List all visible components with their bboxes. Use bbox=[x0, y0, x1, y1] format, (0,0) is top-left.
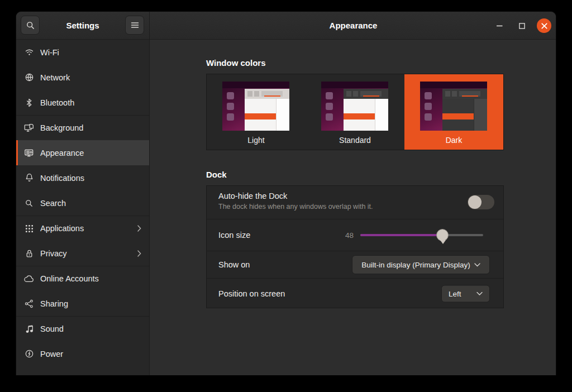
autohide-row: Auto-hide the Dock The dock hides when a… bbox=[207, 186, 503, 219]
sidebar-item-displays[interactable]: Displays bbox=[16, 366, 149, 375]
theme-option-label: Light bbox=[247, 136, 264, 145]
show-on-value: Built-in display (Primary Display) bbox=[361, 261, 470, 269]
sidebar-item-wifi[interactable]: Wi-Fi bbox=[16, 40, 149, 65]
sidebar: Wi-Fi Network Bluetooth bbox=[16, 40, 149, 375]
standard-theme-preview bbox=[321, 82, 388, 131]
cloud-icon bbox=[24, 274, 34, 284]
lock-icon bbox=[24, 248, 34, 258]
sidebar-item-search[interactable]: Search bbox=[16, 190, 149, 216]
chevron-down-icon bbox=[474, 263, 480, 267]
minimize-icon bbox=[497, 25, 503, 27]
show-on-label: Show on bbox=[218, 260, 250, 269]
search-button[interactable] bbox=[21, 16, 40, 35]
sidebar-item-power[interactable]: Power bbox=[16, 341, 149, 366]
wifi-icon bbox=[24, 47, 34, 57]
search-small-icon bbox=[24, 198, 34, 208]
chevron-right-icon bbox=[137, 225, 141, 232]
dark-theme-preview bbox=[420, 82, 487, 131]
maximize-button[interactable] bbox=[514, 18, 529, 33]
sidebar-item-label: Bluetooth bbox=[40, 98, 74, 107]
sidebar-item-online-accounts[interactable]: Online Accounts bbox=[16, 266, 149, 291]
sidebar-item-label: Sharing bbox=[40, 299, 68, 308]
sidebar-item-label: Network bbox=[40, 73, 70, 82]
dock-card: Auto-hide the Dock The dock hides when a… bbox=[206, 185, 504, 308]
appearance-panel: Window colors Light bbox=[150, 40, 556, 375]
sidebar-item-label: Online Accounts bbox=[40, 274, 99, 283]
app-grid-icon bbox=[24, 224, 34, 233]
autohide-title: Auto-hide the Dock bbox=[218, 192, 287, 200]
theme-option-standard[interactable]: Standard bbox=[306, 74, 404, 150]
icon-size-value: 48 bbox=[332, 231, 354, 240]
settings-window: Settings Appearance bbox=[16, 11, 556, 375]
icon-size-slider-fill bbox=[360, 234, 442, 236]
background-icon bbox=[24, 123, 34, 133]
desktop-background: Settings Appearance bbox=[0, 0, 572, 392]
position-label: Position on screen bbox=[218, 289, 285, 298]
light-theme-preview bbox=[222, 82, 289, 131]
position-row: Position on screen Left bbox=[207, 278, 503, 309]
window-colors-heading: Window colors bbox=[206, 58, 266, 68]
theme-option-label: Standard bbox=[339, 136, 371, 145]
appearance-icon bbox=[24, 148, 34, 157]
sidebar-divider bbox=[149, 12, 150, 375]
sidebar-item-appearance[interactable]: Appearance bbox=[16, 140, 149, 165]
music-note-icon bbox=[24, 324, 34, 334]
close-button[interactable] bbox=[537, 18, 551, 33]
show-on-dropdown[interactable]: Built-in display (Primary Display) bbox=[352, 255, 490, 274]
sidebar-item-applications[interactable]: Applications bbox=[16, 216, 149, 241]
sidebar-headerbar: Settings bbox=[16, 12, 149, 40]
sidebar-item-label: Wi-Fi bbox=[40, 48, 59, 57]
sidebar-item-bluetooth[interactable]: Bluetooth bbox=[16, 90, 149, 115]
main-headerbar: Appearance bbox=[150, 12, 556, 40]
minimize-button[interactable] bbox=[492, 18, 507, 33]
primary-menu-button[interactable] bbox=[125, 16, 144, 35]
sidebar-item-network[interactable]: Network bbox=[16, 65, 149, 90]
sidebar-item-label: Search bbox=[40, 199, 66, 208]
window-controls bbox=[492, 12, 551, 40]
dock-heading: Dock bbox=[206, 170, 227, 179]
icon-size-slider[interactable] bbox=[360, 234, 483, 236]
theme-option-label: Dark bbox=[446, 136, 463, 145]
maximize-icon bbox=[519, 23, 525, 29]
chevron-right-icon bbox=[137, 250, 141, 257]
window-colors-card: Light Standard bbox=[206, 74, 504, 150]
theme-option-dark[interactable]: Dark bbox=[404, 74, 503, 150]
position-value: Left bbox=[449, 290, 461, 298]
icon-size-slider-thumb[interactable] bbox=[436, 229, 449, 241]
autohide-toggle[interactable] bbox=[468, 195, 494, 209]
chevron-down-icon bbox=[476, 292, 483, 296]
share-icon bbox=[24, 299, 34, 308]
position-dropdown[interactable]: Left bbox=[441, 285, 490, 303]
sidebar-item-background[interactable]: Background bbox=[16, 115, 149, 140]
sidebar-item-label: Notifications bbox=[40, 174, 84, 183]
sidebar-item-notifications[interactable]: Notifications bbox=[16, 165, 149, 190]
sidebar-item-label: Background bbox=[40, 123, 83, 132]
power-icon bbox=[24, 349, 34, 358]
sidebar-item-sound[interactable]: Sound bbox=[16, 316, 149, 341]
close-icon bbox=[541, 23, 547, 29]
sidebar-item-label: Power bbox=[40, 350, 63, 358]
bluetooth-icon bbox=[24, 98, 34, 107]
icon-size-row: Icon size 48 bbox=[207, 219, 503, 251]
hamburger-menu-icon bbox=[131, 22, 139, 28]
sidebar-item-label: Appearance bbox=[40, 149, 84, 157]
network-globe-icon bbox=[24, 73, 34, 82]
bell-icon bbox=[24, 173, 34, 183]
sidebar-item-privacy[interactable]: Privacy bbox=[16, 241, 149, 266]
search-icon bbox=[26, 21, 35, 30]
show-on-row: Show on Built-in display (Primary Displa… bbox=[207, 251, 503, 278]
sidebar-item-label: Privacy bbox=[40, 249, 67, 258]
toggle-knob bbox=[468, 195, 482, 209]
sidebar-item-label: Sound bbox=[40, 324, 64, 333]
sidebar-item-label: Applications bbox=[40, 224, 84, 233]
sidebar-item-sharing[interactable]: Sharing bbox=[16, 291, 149, 316]
icon-size-label: Icon size bbox=[218, 231, 250, 240]
sidebar-item-label: Displays bbox=[40, 375, 71, 376]
autohide-subtitle: The dock hides when any windows overlap … bbox=[218, 203, 373, 211]
monitor-icon bbox=[24, 374, 34, 375]
theme-option-light[interactable]: Light bbox=[207, 74, 306, 150]
